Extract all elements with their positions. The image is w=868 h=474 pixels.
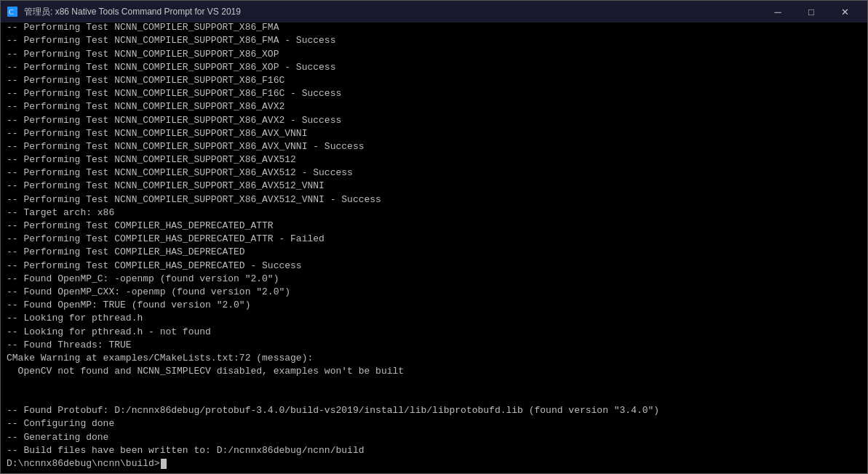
close-button[interactable]: ✕ (828, 1, 861, 23)
terminal-output[interactable]: -- Performing Test NCNN_COMPILER_SUPPORT… (1, 23, 867, 473)
terminal-line: -- Target arch: x86 (7, 206, 861, 220)
svg-text:C: C (9, 8, 14, 16)
terminal-line (7, 391, 861, 404)
title-bar-text: 管理员: x86 Native Tools Command Prompt for… (24, 6, 755, 18)
minimize-button[interactable]: ─ (761, 1, 795, 23)
terminal-line (7, 378, 861, 391)
window: C 管理员: x86 Native Tools Command Prompt f… (0, 0, 868, 474)
terminal-line: -- Found OpenMP_CXX: -openmp (found vers… (7, 286, 861, 299)
terminal-line: -- Performing Test NCNN_COMPILER_SUPPORT… (7, 166, 861, 180)
terminal-line: -- Found OpenMP_C: -openmp (found versio… (7, 273, 861, 286)
terminal-line: -- Performing Test NCNN_COMPILER_SUPPORT… (7, 140, 861, 153)
terminal-line: -- Found Protobuf: D:/ncnnx86debug/proto… (7, 404, 861, 417)
maximize-button[interactable]: □ (795, 1, 828, 23)
terminal-line: -- Looking for pthread.h (7, 312, 861, 325)
terminal-line: CMake Warning at examples/CMakeLists.txt… (7, 352, 861, 365)
terminal-line: -- Performing Test NCNN_COMPILER_SUPPORT… (7, 87, 861, 100)
terminal-line: -- Performing Test COMPILER_HAS_DEPRECAT… (7, 220, 861, 233)
terminal-line: -- Performing Test NCNN_COMPILER_SUPPORT… (7, 61, 861, 74)
terminal-line: -- Generating done (7, 431, 861, 444)
terminal-line: -- Performing Test NCNN_COMPILER_SUPPORT… (7, 180, 861, 193)
terminal-prompt: D:\ncnnx86debug\ncnn\build> (7, 457, 861, 470)
terminal-line: -- Performing Test NCNN_COMPILER_SUPPORT… (7, 100, 861, 113)
window-icon: C (7, 6, 18, 17)
terminal-line: -- Found Threads: TRUE (7, 339, 861, 352)
terminal-line: -- Looking for pthread.h - not found (7, 326, 861, 339)
terminal-line: OpenCV not found and NCNN_SIMPLECV disab… (7, 365, 861, 378)
title-bar-controls: ─ □ ✕ (761, 1, 861, 23)
terminal-line: -- Performing Test NCNN_COMPILER_SUPPORT… (7, 23, 861, 34)
terminal-line: -- Performing Test NCNN_COMPILER_SUPPORT… (7, 114, 861, 127)
terminal-line: -- Performing Test NCNN_COMPILER_SUPPORT… (7, 193, 861, 206)
terminal-line: -- Performing Test COMPILER_HAS_DEPRECAT… (7, 260, 861, 273)
terminal-line: -- Build files have been written to: D:/… (7, 444, 861, 457)
terminal-line: -- Performing Test COMPILER_HAS_DEPRECAT… (7, 246, 861, 259)
terminal-line: -- Performing Test COMPILER_HAS_DEPRECAT… (7, 233, 861, 246)
terminal-line: -- Found OpenMP: TRUE (found version "2.… (7, 299, 861, 312)
title-bar: C 管理员: x86 Native Tools Command Prompt f… (1, 1, 867, 23)
terminal-line: -- Performing Test NCNN_COMPILER_SUPPORT… (7, 74, 861, 87)
terminal-line: -- Performing Test NCNN_COMPILER_SUPPORT… (7, 127, 861, 140)
terminal-line: -- Configuring done (7, 417, 861, 430)
terminal-line: -- Performing Test NCNN_COMPILER_SUPPORT… (7, 48, 861, 61)
terminal-cursor (161, 459, 167, 469)
terminal-line: -- Performing Test NCNN_COMPILER_SUPPORT… (7, 34, 861, 47)
terminal-line: -- Performing Test NCNN_COMPILER_SUPPORT… (7, 153, 861, 166)
